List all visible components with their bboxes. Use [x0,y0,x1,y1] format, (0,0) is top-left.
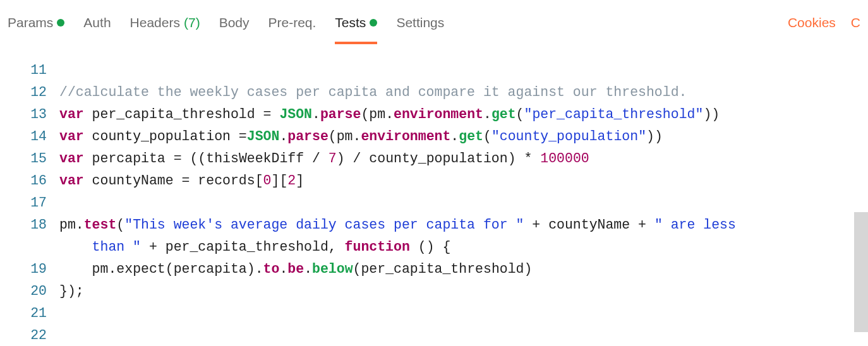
line-number-wrap [11,236,59,258]
code-line [59,302,868,325]
tab-auth[interactable]: Auth [83,15,111,44]
tab-tests[interactable]: Tests [335,15,377,44]
tab-tests-label: Tests [335,15,366,30]
line-number: 19 [11,258,59,280]
request-tab-bar: Params Auth Headers (7) Body Pre-req. Te… [0,0,868,49]
tab-body-label: Body [219,15,250,30]
line-number: 13 [11,104,59,126]
code-line-wrap: than " + per_capita_threshold, function … [59,236,868,258]
tests-active-dot-icon [370,19,377,27]
cookies-link[interactable]: Cookies [788,15,836,30]
code-link-truncated[interactable]: C [851,15,860,30]
code-line: }); [59,280,868,302]
line-number: 16 [11,170,59,192]
code-line: var county_population =JSON.parse(pm.env… [59,126,868,148]
code-line: //calculate the weekly cases per capita … [59,81,868,104]
code-line [59,325,868,346]
tab-prereq-label: Pre-req. [268,15,316,30]
tab-auth-label: Auth [83,15,111,30]
line-number: 12 [11,81,59,104]
tab-params-label: Params [8,15,53,30]
tabs-right-group: Cookies C [788,15,860,44]
code-editor[interactable]: 11 12//calculate the weekly cases per ca… [11,59,868,346]
code-line: var percapita = ((thisWeekDiff / 7) / co… [59,148,868,170]
tab-prereq[interactable]: Pre-req. [268,15,316,44]
code-line: pm.test("This week's average daily cases… [59,214,868,236]
headers-count: (7) [184,15,200,30]
code-line: pm.expect(percapita).to.be.below(per_cap… [59,258,868,280]
code-line [59,59,868,81]
line-number: 15 [11,148,59,170]
tab-settings-label: Settings [396,15,444,30]
line-number: 14 [11,126,59,148]
params-active-dot-icon [57,19,64,27]
tabs-left-group: Params Auth Headers (7) Body Pre-req. Te… [8,15,788,44]
tab-headers-label: Headers [130,15,180,30]
tab-params[interactable]: Params [8,15,64,44]
tab-headers[interactable]: Headers (7) [130,15,200,44]
line-number: 20 [11,280,59,302]
tab-body[interactable]: Body [219,15,250,44]
line-number: 21 [11,302,59,325]
line-number: 11 [11,59,59,81]
line-number: 17 [11,192,59,214]
line-number: 18 [11,214,59,236]
line-number: 22 [11,325,59,346]
code-line: var per_capita_threshold = JSON.parse(pm… [59,104,868,126]
code-line [59,192,868,214]
code-line: var countyName = records[0][2] [59,170,868,192]
tab-settings[interactable]: Settings [396,15,444,44]
vertical-scrollbar-thumb[interactable] [854,212,868,332]
